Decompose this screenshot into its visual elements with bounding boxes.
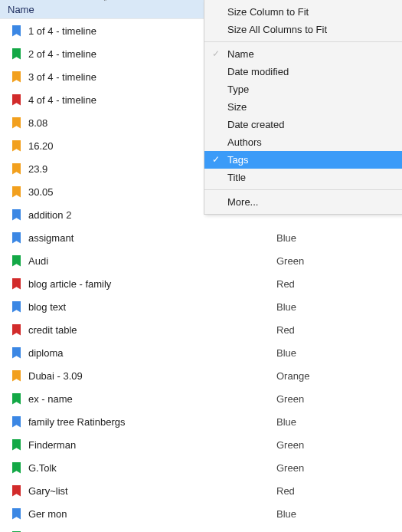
cell-tag: Blue bbox=[276, 232, 402, 244]
menu-label: Name bbox=[227, 45, 402, 63]
menu-label: Authors bbox=[227, 133, 402, 151]
table-row[interactable]: assigmantBlue bbox=[0, 226, 402, 249]
file-name: addition 2 bbox=[28, 209, 71, 221]
file-name: Finderman bbox=[28, 439, 76, 451]
file-name: 3 of 4 - timeline bbox=[28, 71, 96, 83]
file-name: blog text bbox=[28, 301, 66, 313]
bookmark-icon bbox=[12, 347, 21, 359]
file-name: 1 of 4 - timeline bbox=[28, 25, 96, 37]
file-name: G.Tolk bbox=[28, 462, 57, 474]
bookmark-icon bbox=[12, 301, 21, 313]
table-row[interactable]: G.TolkGreen bbox=[0, 456, 402, 479]
bookmark-icon bbox=[12, 232, 21, 244]
cell-tag: Red bbox=[276, 485, 402, 497]
bookmark-icon bbox=[12, 255, 21, 267]
menu-label: Title bbox=[227, 169, 402, 186]
table-row[interactable]: credit tableRed bbox=[0, 318, 402, 341]
cell-tag: Red bbox=[276, 324, 402, 336]
cell-name: G.Tolk bbox=[0, 462, 276, 474]
bookmark-icon bbox=[12, 71, 21, 83]
file-name: Gary~list bbox=[28, 485, 68, 497]
cell-tag: Blue bbox=[276, 416, 402, 428]
table-row[interactable]: family tree RatinbergsBlue bbox=[0, 410, 402, 433]
menu-label: Size Column to Fit bbox=[227, 3, 402, 21]
bookmark-icon bbox=[12, 439, 21, 451]
file-name: 8.08 bbox=[28, 117, 47, 129]
menu-label: More... bbox=[227, 193, 402, 211]
menu-more[interactable]: More... bbox=[204, 193, 402, 211]
menu-label: Size bbox=[227, 98, 402, 116]
menu-label: Date created bbox=[227, 116, 402, 133]
bookmark-icon bbox=[12, 278, 21, 290]
check-icon: ✓ bbox=[204, 45, 227, 63]
bookmark-icon bbox=[12, 209, 21, 221]
menu-toggle-size[interactable]: Size bbox=[204, 98, 402, 116]
menu-label: Size All Columns to Fit bbox=[227, 21, 402, 38]
check-icon: ✓ bbox=[204, 151, 227, 169]
bookmark-icon bbox=[12, 393, 21, 405]
file-name: ex - name bbox=[28, 393, 73, 405]
menu-toggle-date-created[interactable]: Date created bbox=[204, 116, 402, 133]
cell-tag: Red bbox=[276, 278, 402, 290]
cell-tag: Blue bbox=[276, 347, 402, 359]
cell-name: Dubai - 3.09 bbox=[0, 370, 276, 382]
cell-name: Ger mon bbox=[0, 508, 276, 520]
menu-toggle-date-modified[interactable]: Date modified bbox=[204, 63, 402, 80]
cell-name: Audi bbox=[0, 255, 276, 267]
table-row[interactable]: ex - nameGreen bbox=[0, 387, 402, 410]
menu-separator bbox=[204, 41, 402, 42]
file-name: 30.05 bbox=[28, 186, 54, 198]
cell-name: family tree Ratinbergs bbox=[0, 416, 276, 428]
file-name: 2 of 4 - timeline bbox=[28, 48, 96, 60]
menu-separator bbox=[204, 189, 402, 190]
cell-name: ex - name bbox=[0, 393, 276, 405]
menu-size-column-to-fit[interactable]: Size Column to Fit bbox=[204, 3, 402, 21]
bookmark-icon bbox=[12, 163, 21, 175]
menu-toggle-tags[interactable]: ✓Tags bbox=[204, 151, 402, 169]
bookmark-icon bbox=[12, 416, 21, 428]
file-name: Dubai - 3.09 bbox=[28, 370, 83, 382]
bookmark-icon bbox=[12, 324, 21, 336]
cell-tag: Green bbox=[276, 439, 402, 451]
bookmark-icon bbox=[12, 94, 21, 106]
file-name: Ger mon bbox=[28, 508, 67, 520]
file-name: 4 of 4 - timeline bbox=[28, 94, 96, 106]
menu-size-all-columns-to-fit[interactable]: Size All Columns to Fit bbox=[204, 21, 402, 38]
file-name: 16.20 bbox=[28, 140, 54, 152]
cell-name: credit table bbox=[0, 324, 276, 336]
file-name: diploma bbox=[28, 347, 64, 359]
cell-tag: Green bbox=[276, 393, 402, 405]
menu-toggle-type[interactable]: Type bbox=[204, 80, 402, 98]
menu-toggle-authors[interactable]: Authors bbox=[204, 133, 402, 151]
menu-label: Tags bbox=[227, 151, 402, 169]
menu-toggle-name[interactable]: ✓Name bbox=[204, 45, 402, 63]
cell-tag: Blue bbox=[276, 508, 402, 520]
table-row[interactable]: blog textBlue bbox=[0, 295, 402, 318]
cell-name: Finderman bbox=[0, 439, 276, 451]
column-header-name-label: Name bbox=[8, 4, 34, 15]
file-name: credit table bbox=[28, 324, 77, 336]
cell-name: blog article - family bbox=[0, 278, 276, 290]
cell-name: blog text bbox=[0, 301, 276, 313]
bookmark-icon bbox=[12, 140, 21, 152]
menu-label: Date modified bbox=[227, 63, 402, 80]
table-row[interactable]: Gary~listRed bbox=[0, 479, 402, 502]
cell-tag: Orange bbox=[276, 370, 402, 382]
column-header-name[interactable]: Name ˄ bbox=[0, 0, 211, 18]
table-row[interactable]: Ger monBlue bbox=[0, 502, 402, 525]
cell-tag: Blue bbox=[276, 301, 402, 313]
table-row[interactable]: blog article - familyRed bbox=[0, 272, 402, 295]
cell-tag: Green bbox=[276, 255, 402, 267]
bookmark-icon bbox=[12, 25, 21, 37]
table-row[interactable]: diplomaBlue bbox=[0, 341, 402, 364]
table-row[interactable]: FindermanGreen bbox=[0, 433, 402, 456]
cell-tag: Green bbox=[276, 462, 402, 474]
sort-asc-icon: ˄ bbox=[103, 0, 107, 6]
menu-toggle-title[interactable]: Title bbox=[204, 169, 402, 186]
table-row[interactable]: AudiGreen bbox=[0, 249, 402, 272]
cell-name: assigmant bbox=[0, 232, 276, 244]
file-name: Audi bbox=[28, 255, 48, 267]
table-row[interactable]: Dubai - 3.09Orange bbox=[0, 364, 402, 387]
table-row[interactable]: JinGreen bbox=[0, 525, 402, 532]
bookmark-icon bbox=[12, 117, 21, 129]
